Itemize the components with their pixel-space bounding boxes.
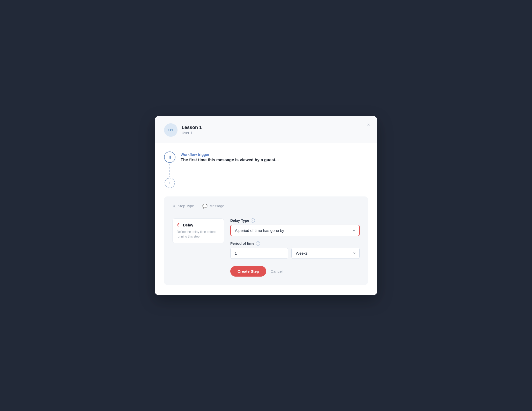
period-value-input[interactable]	[230, 248, 288, 259]
workflow-description: The first time this message is viewed by…	[181, 158, 279, 162]
period-group: Period of time i Minutes Hours Days Week…	[230, 241, 360, 259]
close-button[interactable]: ×	[366, 121, 371, 128]
form-actions: Create Step Cancel	[230, 266, 360, 277]
step-card-header: ⏱ Delay	[177, 223, 220, 227]
lesson-title: Lesson 1	[182, 125, 202, 130]
modal-header: U1 Lesson 1 User 1 ×	[155, 116, 377, 143]
modal-overlay: U1 Lesson 1 User 1 ×	[0, 0, 532, 411]
nav-step-type[interactable]: ✦ Step Type	[172, 204, 194, 212]
step-panel: ✦ Step Type 💬 Message ⏱ Delay	[164, 196, 368, 285]
modal-body: 1 Workflow trigger The first time this m…	[155, 143, 377, 295]
pause-icon	[169, 156, 171, 159]
workflow-trigger-label: Workflow trigger	[181, 153, 279, 157]
delay-type-group: Delay Type i A period of time has gone b…	[230, 218, 360, 236]
avatar: U1	[164, 123, 178, 137]
workflow-section: 1 Workflow trigger The first time this m…	[164, 151, 368, 188]
period-row: Minutes Hours Days Weeks Months	[230, 248, 360, 259]
message-icon: 💬	[202, 204, 208, 209]
step-circle: 1	[165, 178, 175, 188]
step-content: ⏱ Delay Define the delay time before run…	[172, 218, 360, 277]
create-step-button[interactable]: Create Step	[230, 266, 266, 277]
period-label: Period of time i	[230, 241, 360, 246]
user-subtitle: User 1	[182, 131, 202, 135]
workflow-text: Workflow trigger The first time this mes…	[181, 151, 279, 162]
workflow-trigger-icon	[164, 151, 175, 163]
panel-nav: ✦ Step Type 💬 Message	[172, 204, 360, 212]
step-card-description: Define the delay time before running thi…	[177, 230, 220, 239]
delay-icon: ⏱	[177, 223, 181, 227]
delay-type-select[interactable]: A period of time has gone by A specific …	[230, 225, 360, 236]
delay-type-info-icon[interactable]: i	[251, 218, 255, 223]
header-text: Lesson 1 User 1	[182, 125, 202, 135]
step-card-title: Delay	[183, 223, 193, 227]
delay-step-card: ⏱ Delay Define the delay time before run…	[172, 218, 224, 243]
nav-message[interactable]: 💬 Message	[202, 204, 224, 212]
connector-line	[169, 164, 170, 177]
cancel-button[interactable]: Cancel	[270, 269, 283, 273]
period-unit-select[interactable]: Minutes Hours Days Weeks Months	[291, 248, 360, 259]
sparkle-icon: ✦	[172, 204, 176, 209]
form-section: Delay Type i A period of time has gone b…	[230, 218, 360, 277]
delay-type-label: Delay Type i	[230, 218, 360, 223]
modal-dialog: U1 Lesson 1 User 1 ×	[155, 116, 377, 295]
period-info-icon[interactable]: i	[256, 241, 260, 246]
